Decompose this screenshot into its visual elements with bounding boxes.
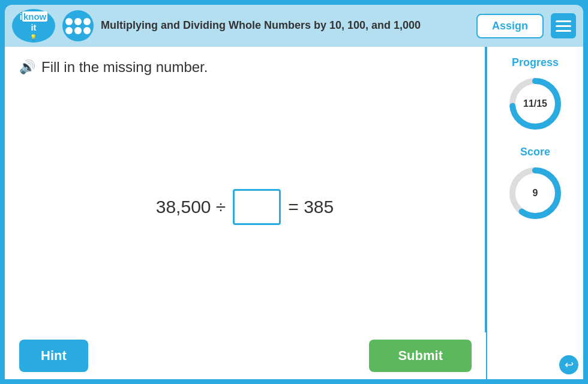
dot-1 <box>65 18 73 25</box>
progress-donut: 11/15 <box>505 74 565 134</box>
question-text: Fill in the missing number. <box>41 59 208 76</box>
hamburger-line-3 <box>556 30 571 32</box>
dot-3 <box>83 18 91 25</box>
logo: iknow it 💡 <box>12 9 55 43</box>
score-value: 9 <box>533 188 538 199</box>
activity-icon <box>62 10 94 41</box>
lesson-title: Multiplying and Dividing Whole Numbers b… <box>101 19 469 32</box>
submit-button[interactable]: Submit <box>369 340 472 372</box>
back-arrow-icon: ↩ <box>565 358 574 371</box>
hamburger-menu-button[interactable] <box>551 13 576 38</box>
dot-2 <box>74 18 82 25</box>
hamburger-line-2 <box>556 25 571 27</box>
score-label: Score <box>520 146 550 158</box>
logo-it: it <box>31 22 36 32</box>
sound-icon[interactable]: 🔊 <box>19 59 35 75</box>
progress-label: Progress <box>512 56 559 69</box>
sidebar: Progress 11/15 Score <box>487 47 583 379</box>
dot-6 <box>83 27 91 34</box>
main-area: 🔊 Fill in the missing number. 38,500 ÷ =… <box>5 47 583 379</box>
hamburger-line-1 <box>556 20 571 22</box>
equation-left: 38,500 ÷ <box>156 197 226 217</box>
left-section: 🔊 Fill in the missing number. 38,500 ÷ =… <box>5 47 487 379</box>
dot-5 <box>74 27 82 34</box>
equation-container: 38,500 ÷ = 385 <box>19 94 470 320</box>
dots-grid <box>65 18 91 34</box>
dot-4 <box>65 27 73 34</box>
progress-value: 11/15 <box>523 98 547 109</box>
logo-know: know <box>22 11 47 22</box>
bottom-buttons: Hint Submit <box>5 332 486 379</box>
question-header: 🔊 Fill in the missing number. <box>19 59 470 76</box>
score-section: Score 9 <box>494 146 576 223</box>
header-bar: iknow it 💡 Multiplying and Dividing Whol… <box>5 5 583 47</box>
back-nav-button[interactable]: ↩ <box>559 355 578 374</box>
question-panel: 🔊 Fill in the missing number. 38,500 ÷ =… <box>5 47 486 332</box>
app-container: iknow it 💡 Multiplying and Dividing Whol… <box>0 0 588 384</box>
equation-right: = 385 <box>288 197 334 217</box>
assign-button[interactable]: Assign <box>476 14 544 38</box>
progress-section: Progress 11/15 <box>494 56 576 134</box>
logo-tagline: 💡 <box>20 34 48 41</box>
answer-input[interactable] <box>233 189 281 225</box>
score-donut: 9 <box>505 163 565 223</box>
hint-button[interactable]: Hint <box>19 340 88 372</box>
